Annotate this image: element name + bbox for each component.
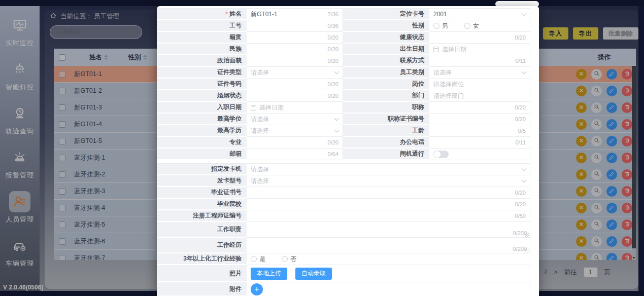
char-count: 0/20 <box>515 201 526 207</box>
field-value: 请选择 <box>251 165 519 174</box>
form-field-text[interactable]: 0/20 <box>247 90 343 102</box>
form-field-text[interactable]: 0/5 <box>429 125 530 137</box>
calendar-icon <box>251 105 256 110</box>
form-label: 附件 <box>157 282 247 296</box>
form-field-select[interactable]: 2001 <box>429 9 530 20</box>
form-field-text[interactable]: 请选择部门 <box>429 90 530 102</box>
form-field-text[interactable]: 0/20 <box>247 187 530 199</box>
char-count: 0/5 <box>518 128 526 134</box>
chevron-down-icon <box>334 127 340 132</box>
form-label: 出生日期 <box>343 44 429 55</box>
char-count: 0/200 <box>513 230 527 236</box>
field-value: 请选择 <box>251 177 519 186</box>
char-count: 0/20 <box>515 34 526 41</box>
form-field-text[interactable]: 请选择岗位 <box>429 79 530 90</box>
form-field-text[interactable]: 0/20 <box>247 137 343 149</box>
form-label: 指定发卡机 <box>157 164 247 175</box>
form-label: 专业 <box>157 137 247 149</box>
form-label: 毕业证书号 <box>157 187 247 199</box>
form-field-textarea[interactable]: 0/200 <box>247 238 530 253</box>
form-field-textarea[interactable]: 0/200 <box>247 222 530 238</box>
char-count: 0/20 <box>515 104 526 110</box>
radio-option-女[interactable]: 女 <box>464 22 479 30</box>
form-label: 部门 <box>343 90 429 102</box>
employee-form-modal: *姓名新GT01-17/36定位卡号2001工号0/36性别男女籍贯0/20健康… <box>157 6 539 296</box>
form-label: 定位卡号 <box>343 9 429 20</box>
form-field-text[interactable]: 0/11 <box>429 55 530 67</box>
photo-button-本地上传[interactable]: 本地上传 <box>251 268 287 280</box>
radio-icon <box>464 23 470 29</box>
form-label: 籍贯 <box>157 32 247 44</box>
radio-icon <box>433 23 439 29</box>
field-value: 请选择 <box>433 68 519 77</box>
form-field-date[interactable]: 选择日期 <box>429 44 530 55</box>
gate-pass-toggle[interactable] <box>433 151 449 158</box>
char-count: 0/11 <box>515 139 526 145</box>
chevron-down-icon <box>522 177 527 182</box>
form-field-text[interactable]: 0/36 <box>247 20 343 32</box>
required-star: * <box>225 11 228 18</box>
char-count: 0/11 <box>515 58 526 64</box>
form-field-select[interactable]: 请选择 <box>247 67 343 79</box>
char-count: 0/20 <box>328 46 338 52</box>
char-count: 0/20 <box>515 190 526 196</box>
form-field-text[interactable]: 0/64 <box>247 149 343 160</box>
form-field-text[interactable]: 新GT01-17/36 <box>247 9 343 20</box>
form-field-text[interactable]: 0/20 <box>429 102 530 114</box>
form-field-date[interactable]: 选择日期 <box>247 102 343 114</box>
form-field-text[interactable]: 0/20 <box>247 55 343 67</box>
radio-option-是[interactable]: 是 <box>251 255 265 264</box>
form-field-text[interactable]: 0/20 <box>429 114 530 125</box>
form-full-width-section: 指定发卡机请选择发卡型号请选择毕业证书号0/20毕业院校0/20注册工程师证编号… <box>157 163 530 296</box>
form-label: 婚姻状态 <box>157 90 247 102</box>
add-attachment-button[interactable]: + <box>251 283 263 295</box>
form-label: 毕业院校 <box>157 199 247 210</box>
form-field-text[interactable]: 0/20 <box>429 32 530 44</box>
form-field-select[interactable]: 请选择 <box>247 164 530 175</box>
form-field-radio[interactable]: 是否 <box>247 253 530 265</box>
form-label: 证件号码 <box>157 79 247 90</box>
form-field-text[interactable]: 0/20 <box>247 199 530 210</box>
form-label: 入职日期 <box>157 102 247 114</box>
field-value: 新GT01-1 <box>251 10 325 19</box>
resize-handle[interactable] <box>525 233 529 237</box>
form-label: 工龄 <box>343 125 429 137</box>
radio-option-男[interactable]: 男 <box>433 22 448 30</box>
stage: 实时监控智能灯控轨迹查询报警管理人员管理车辆管理 V 2.0.46(0506) … <box>0 0 644 296</box>
form-field-text[interactable]: 0/20 <box>247 44 343 55</box>
form-field-text[interactable]: 0/20 <box>247 79 343 90</box>
form-two-column-section: *姓名新GT01-17/36定位卡号2001工号0/36性别男女籍贯0/20健康… <box>157 8 530 160</box>
form-label: 工作职责 <box>157 222 247 238</box>
radio-option-否[interactable]: 否 <box>282 255 296 264</box>
chevron-down-icon <box>334 116 340 121</box>
form-label: 岗位 <box>343 79 429 90</box>
form-label: 3年以上化工行业经验 <box>157 253 247 265</box>
form-label: 发卡型号 <box>157 175 247 187</box>
chevron-down-icon <box>334 69 340 74</box>
form-field-text[interactable]: 0/20 <box>247 32 343 44</box>
form-field-text[interactable]: 0/11 <box>429 137 530 149</box>
radio-icon <box>251 256 257 262</box>
form-field-select[interactable]: 请选择 <box>247 125 343 137</box>
photo-button-自动录取[interactable]: 自动录取 <box>295 268 332 280</box>
char-count: 0/64 <box>328 151 338 157</box>
resize-handle[interactable] <box>525 248 529 252</box>
char-count: 7/36 <box>328 11 338 17</box>
form-field-select[interactable]: 请选择 <box>247 114 343 125</box>
form-field-toggle[interactable] <box>429 149 530 160</box>
form-field-buttons[interactable]: 本地上传自动录取 <box>247 265 530 282</box>
form-label: 职称 <box>343 102 429 114</box>
form-field-select[interactable]: 请选择 <box>247 175 530 187</box>
char-count: 0/36 <box>328 23 338 29</box>
form-field-text[interactable]: 0/50 <box>247 210 530 222</box>
form-field-attach[interactable]: + <box>247 282 530 296</box>
form-label: 最高学历 <box>157 125 247 137</box>
form-field-radio[interactable]: 男女 <box>429 20 530 32</box>
char-count: 0/200 <box>513 246 527 252</box>
form-label: 职称证书编号 <box>343 114 429 125</box>
form-field-select[interactable]: 请选择 <box>429 67 530 79</box>
field-value: 请选择 <box>251 127 332 135</box>
radio-label: 是 <box>259 255 265 264</box>
char-count: 0/20 <box>328 139 338 145</box>
field-value: 2001 <box>433 11 519 18</box>
